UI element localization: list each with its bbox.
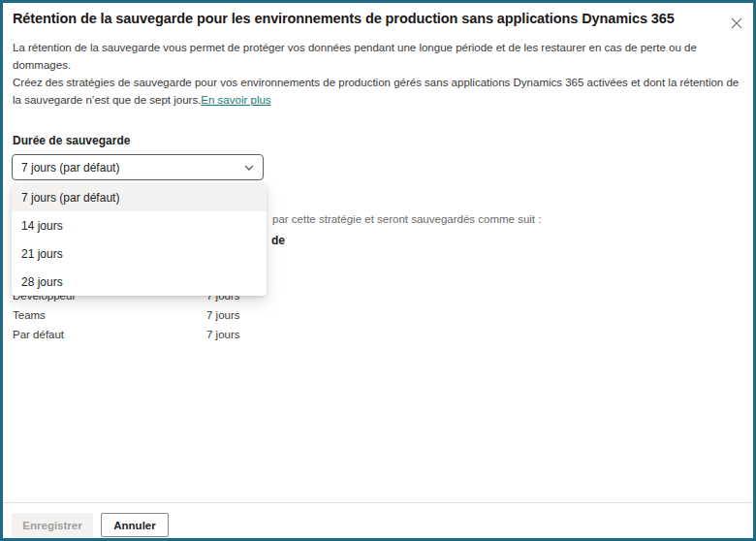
close-icon: [730, 16, 743, 30]
dialog-title: Rétention de la sauvegarde pour les envi…: [13, 11, 725, 26]
dropdown-option-14-jours[interactable]: 14 jours: [12, 211, 267, 239]
environment-type: Par défaut: [13, 329, 64, 340]
chevron-down-icon: [243, 162, 255, 174]
cancel-button[interactable]: Annuler: [101, 513, 169, 537]
environment-duration: 7 jours: [206, 309, 240, 321]
backup-duration-label: Durée de sauvegarde: [13, 134, 130, 147]
occluded-bold-fragment: de: [271, 234, 285, 247]
intro-paragraph-2: Créez des stratégies de sauvegarde pour …: [13, 74, 740, 109]
table-row: Par défaut 7 jours: [13, 329, 420, 342]
dropdown-option-28-jours[interactable]: 28 jours: [12, 268, 267, 296]
dropdown-option-7-jours[interactable]: 7 jours (par défaut): [12, 183, 267, 211]
close-button[interactable]: [725, 12, 748, 35]
backup-retention-dialog: Rétention de la sauvegarde pour les envi…: [0, 0, 756, 541]
intro-paragraph-1: La rétention de la sauvegarde vous perme…: [13, 39, 740, 74]
environment-duration: 7 jours: [206, 329, 240, 340]
backup-duration-dropdown-list: 7 jours (par défaut) 14 jours 21 jours 2…: [12, 183, 267, 296]
save-button[interactable]: Enregistrer: [12, 513, 93, 537]
occluded-sentence-fragment: par cette stratégie et seront sauvegardé…: [272, 213, 541, 225]
table-row: Teams 7 jours: [13, 309, 420, 323]
environment-type: Teams: [13, 309, 46, 321]
learn-more-link[interactable]: En savoir plus: [201, 94, 270, 106]
intro-text-block: La rétention de la sauvegarde vous perme…: [13, 39, 740, 109]
footer-separator: [3, 502, 753, 503]
intro-paragraph-2-text: Créez des stratégies de sauvegarde pour …: [13, 77, 739, 106]
combobox-value: 7 jours (par défaut): [21, 161, 243, 175]
backup-duration-combobox[interactable]: 7 jours (par défaut): [12, 154, 264, 180]
dropdown-option-21-jours[interactable]: 21 jours: [12, 239, 267, 268]
